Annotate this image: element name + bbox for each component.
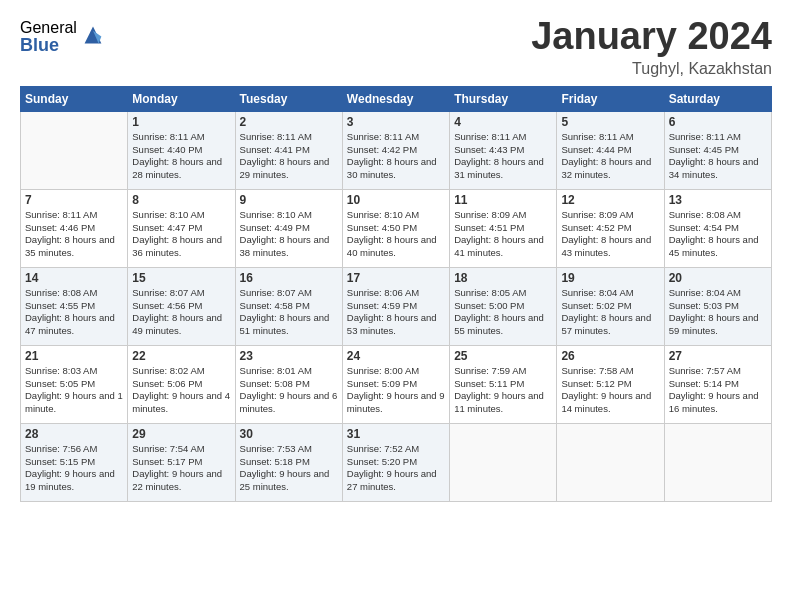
day-info: Sunrise: 8:10 AMSunset: 4:47 PMDaylight:…	[132, 209, 230, 260]
day-cell: 27Sunrise: 7:57 AMSunset: 5:14 PMDayligh…	[664, 345, 771, 423]
day-info: Sunrise: 8:04 AMSunset: 5:02 PMDaylight:…	[561, 287, 659, 338]
day-number: 8	[132, 193, 230, 207]
day-number: 20	[669, 271, 767, 285]
day-info: Sunrise: 8:04 AMSunset: 5:03 PMDaylight:…	[669, 287, 767, 338]
header-row: Sunday Monday Tuesday Wednesday Thursday…	[21, 86, 772, 111]
day-number: 29	[132, 427, 230, 441]
day-number: 23	[240, 349, 338, 363]
day-cell: 5Sunrise: 8:11 AMSunset: 4:44 PMDaylight…	[557, 111, 664, 189]
day-info: Sunrise: 7:57 AMSunset: 5:14 PMDaylight:…	[669, 365, 767, 416]
day-cell: 16Sunrise: 8:07 AMSunset: 4:58 PMDayligh…	[235, 267, 342, 345]
col-friday: Friday	[557, 86, 664, 111]
day-info: Sunrise: 8:05 AMSunset: 5:00 PMDaylight:…	[454, 287, 552, 338]
day-cell: 6Sunrise: 8:11 AMSunset: 4:45 PMDaylight…	[664, 111, 771, 189]
day-cell: 3Sunrise: 8:11 AMSunset: 4:42 PMDaylight…	[342, 111, 449, 189]
day-number: 10	[347, 193, 445, 207]
day-number: 25	[454, 349, 552, 363]
day-number: 9	[240, 193, 338, 207]
day-cell: 18Sunrise: 8:05 AMSunset: 5:00 PMDayligh…	[450, 267, 557, 345]
day-cell: 1Sunrise: 8:11 AMSunset: 4:40 PMDaylight…	[128, 111, 235, 189]
day-info: Sunrise: 8:10 AMSunset: 4:50 PMDaylight:…	[347, 209, 445, 260]
logo-general: General	[20, 20, 77, 36]
col-tuesday: Tuesday	[235, 86, 342, 111]
day-info: Sunrise: 7:58 AMSunset: 5:12 PMDaylight:…	[561, 365, 659, 416]
title-section: January 2024 Tughyl, Kazakhstan	[531, 16, 772, 78]
day-number: 22	[132, 349, 230, 363]
day-cell: 15Sunrise: 8:07 AMSunset: 4:56 PMDayligh…	[128, 267, 235, 345]
col-thursday: Thursday	[450, 86, 557, 111]
month-title: January 2024	[531, 16, 772, 58]
header: General Blue January 2024 Tughyl, Kazakh…	[20, 16, 772, 78]
logo-icon	[79, 21, 107, 49]
day-info: Sunrise: 7:52 AMSunset: 5:20 PMDaylight:…	[347, 443, 445, 494]
day-number: 5	[561, 115, 659, 129]
day-cell: 4Sunrise: 8:11 AMSunset: 4:43 PMDaylight…	[450, 111, 557, 189]
day-info: Sunrise: 8:03 AMSunset: 5:05 PMDaylight:…	[25, 365, 123, 416]
day-number: 15	[132, 271, 230, 285]
day-info: Sunrise: 7:54 AMSunset: 5:17 PMDaylight:…	[132, 443, 230, 494]
day-cell	[557, 423, 664, 501]
day-info: Sunrise: 8:11 AMSunset: 4:41 PMDaylight:…	[240, 131, 338, 182]
day-number: 24	[347, 349, 445, 363]
logo-text: General Blue	[20, 20, 77, 54]
day-number: 3	[347, 115, 445, 129]
day-cell: 25Sunrise: 7:59 AMSunset: 5:11 PMDayligh…	[450, 345, 557, 423]
day-cell: 23Sunrise: 8:01 AMSunset: 5:08 PMDayligh…	[235, 345, 342, 423]
day-info: Sunrise: 8:08 AMSunset: 4:55 PMDaylight:…	[25, 287, 123, 338]
day-info: Sunrise: 8:01 AMSunset: 5:08 PMDaylight:…	[240, 365, 338, 416]
day-info: Sunrise: 8:08 AMSunset: 4:54 PMDaylight:…	[669, 209, 767, 260]
day-cell: 13Sunrise: 8:08 AMSunset: 4:54 PMDayligh…	[664, 189, 771, 267]
day-info: Sunrise: 8:11 AMSunset: 4:44 PMDaylight:…	[561, 131, 659, 182]
day-number: 17	[347, 271, 445, 285]
day-info: Sunrise: 8:10 AMSunset: 4:49 PMDaylight:…	[240, 209, 338, 260]
day-info: Sunrise: 7:56 AMSunset: 5:15 PMDaylight:…	[25, 443, 123, 494]
day-cell	[21, 111, 128, 189]
day-number: 27	[669, 349, 767, 363]
day-cell: 24Sunrise: 8:00 AMSunset: 5:09 PMDayligh…	[342, 345, 449, 423]
day-cell: 29Sunrise: 7:54 AMSunset: 5:17 PMDayligh…	[128, 423, 235, 501]
day-info: Sunrise: 8:00 AMSunset: 5:09 PMDaylight:…	[347, 365, 445, 416]
day-number: 7	[25, 193, 123, 207]
day-info: Sunrise: 7:53 AMSunset: 5:18 PMDaylight:…	[240, 443, 338, 494]
day-cell: 26Sunrise: 7:58 AMSunset: 5:12 PMDayligh…	[557, 345, 664, 423]
day-number: 12	[561, 193, 659, 207]
day-number: 30	[240, 427, 338, 441]
day-cell: 28Sunrise: 7:56 AMSunset: 5:15 PMDayligh…	[21, 423, 128, 501]
day-cell: 10Sunrise: 8:10 AMSunset: 4:50 PMDayligh…	[342, 189, 449, 267]
day-cell: 19Sunrise: 8:04 AMSunset: 5:02 PMDayligh…	[557, 267, 664, 345]
day-number: 26	[561, 349, 659, 363]
day-info: Sunrise: 8:11 AMSunset: 4:46 PMDaylight:…	[25, 209, 123, 260]
day-info: Sunrise: 8:09 AMSunset: 4:51 PMDaylight:…	[454, 209, 552, 260]
day-cell: 14Sunrise: 8:08 AMSunset: 4:55 PMDayligh…	[21, 267, 128, 345]
logo: General Blue	[20, 20, 107, 54]
day-number: 28	[25, 427, 123, 441]
day-cell	[664, 423, 771, 501]
day-cell: 17Sunrise: 8:06 AMSunset: 4:59 PMDayligh…	[342, 267, 449, 345]
day-info: Sunrise: 8:09 AMSunset: 4:52 PMDaylight:…	[561, 209, 659, 260]
day-cell: 22Sunrise: 8:02 AMSunset: 5:06 PMDayligh…	[128, 345, 235, 423]
week-row-0: 1Sunrise: 8:11 AMSunset: 4:40 PMDaylight…	[21, 111, 772, 189]
col-monday: Monday	[128, 86, 235, 111]
day-cell: 2Sunrise: 8:11 AMSunset: 4:41 PMDaylight…	[235, 111, 342, 189]
day-cell: 20Sunrise: 8:04 AMSunset: 5:03 PMDayligh…	[664, 267, 771, 345]
day-info: Sunrise: 8:07 AMSunset: 4:58 PMDaylight:…	[240, 287, 338, 338]
day-number: 21	[25, 349, 123, 363]
day-cell: 31Sunrise: 7:52 AMSunset: 5:20 PMDayligh…	[342, 423, 449, 501]
day-number: 2	[240, 115, 338, 129]
week-row-2: 14Sunrise: 8:08 AMSunset: 4:55 PMDayligh…	[21, 267, 772, 345]
day-number: 11	[454, 193, 552, 207]
day-cell: 30Sunrise: 7:53 AMSunset: 5:18 PMDayligh…	[235, 423, 342, 501]
week-row-4: 28Sunrise: 7:56 AMSunset: 5:15 PMDayligh…	[21, 423, 772, 501]
day-cell: 12Sunrise: 8:09 AMSunset: 4:52 PMDayligh…	[557, 189, 664, 267]
day-number: 6	[669, 115, 767, 129]
day-cell: 21Sunrise: 8:03 AMSunset: 5:05 PMDayligh…	[21, 345, 128, 423]
day-info: Sunrise: 8:11 AMSunset: 4:42 PMDaylight:…	[347, 131, 445, 182]
location: Tughyl, Kazakhstan	[531, 60, 772, 78]
day-number: 19	[561, 271, 659, 285]
col-saturday: Saturday	[664, 86, 771, 111]
day-number: 18	[454, 271, 552, 285]
day-info: Sunrise: 8:02 AMSunset: 5:06 PMDaylight:…	[132, 365, 230, 416]
col-sunday: Sunday	[21, 86, 128, 111]
day-info: Sunrise: 8:06 AMSunset: 4:59 PMDaylight:…	[347, 287, 445, 338]
calendar-table: Sunday Monday Tuesday Wednesday Thursday…	[20, 86, 772, 502]
